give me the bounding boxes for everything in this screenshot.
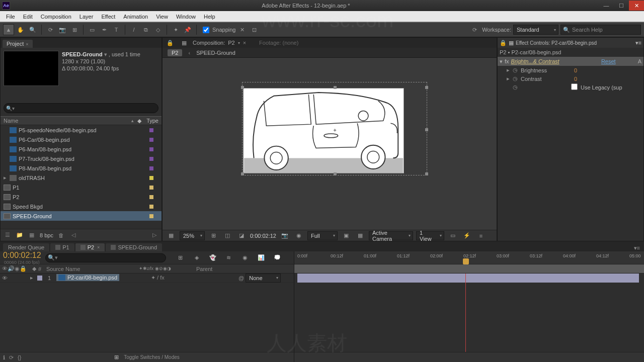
transform-handle[interactable] (425, 128, 428, 131)
layer-duration-bar[interactable] (297, 274, 639, 283)
label-color[interactable] (37, 276, 42, 281)
zoom-combo[interactable]: 25% (180, 231, 205, 240)
resolution-icon[interactable]: ⊞ (208, 230, 219, 241)
label-tag[interactable] (149, 214, 153, 218)
file-item[interactable]: P5-speedoNeedle/08-begin.psd (1, 125, 162, 135)
puppet-tool[interactable]: 📌 (182, 24, 193, 35)
tab-p2[interactable]: P2× (75, 243, 105, 251)
grid-icon[interactable]: ▦ (179, 37, 190, 48)
effects-tab[interactable]: Effect Controls: P2-car/08-begin.psd (516, 40, 597, 46)
pickwhip-icon[interactable]: @ (238, 275, 244, 281)
label-tag[interactable] (149, 176, 153, 180)
timeline-search[interactable]: 🔍▾ (45, 253, 166, 262)
snap-option2-icon[interactable]: ⊡ (249, 24, 260, 35)
menu-window[interactable]: Window (172, 13, 200, 21)
transform-handle[interactable] (334, 172, 337, 175)
timeline-layer[interactable]: 👁 ▸ 1 P2-car/08-begin.psd ✦ / fx @ None (0, 274, 294, 283)
zoom-tool[interactable]: 🔍 (27, 24, 38, 35)
file-item[interactable]: ▸oldTRASH (1, 173, 162, 183)
sort-icon[interactable]: ▲ (130, 119, 134, 123)
parent-combo[interactable]: None (246, 274, 281, 283)
brush-tool[interactable]: / (128, 24, 139, 35)
tab-project[interactable]: Project× (3, 40, 33, 48)
work-area-bar[interactable] (294, 264, 644, 274)
close-icon[interactable]: × (97, 245, 100, 250)
file-item[interactable]: P7-Truck/08-begin.psd (1, 154, 162, 163)
menu-composition[interactable]: Composition (37, 13, 75, 21)
label-tag[interactable] (149, 157, 153, 161)
transform-handle[interactable] (241, 86, 244, 89)
fast-preview-icon[interactable]: ⚡ (461, 230, 472, 241)
file-item[interactable]: P6-Car/08-begin.psd (1, 135, 162, 144)
graph-icon[interactable]: 📊 (256, 252, 267, 263)
mask-icon[interactable]: ◫ (222, 230, 233, 241)
tab-p1[interactable]: P1 (50, 243, 74, 251)
col-type[interactable]: Type (146, 118, 158, 124)
legacy-checkbox[interactable] (571, 83, 578, 90)
label-tag[interactable] (149, 147, 153, 151)
transform-handle[interactable] (425, 172, 428, 175)
menu-file[interactable]: File (2, 13, 19, 21)
roto-tool[interactable]: ✦ (170, 24, 181, 35)
current-timecode[interactable]: 0:00:02:12 (3, 251, 41, 260)
new-folder-icon[interactable]: 📁 (16, 231, 24, 239)
breadcrumb-p2[interactable]: P2 (168, 49, 182, 56)
playhead-indicator[interactable] (463, 258, 469, 264)
twirl-icon[interactable]: ▸ (30, 275, 37, 281)
stopwatch-icon[interactable]: ◷ (513, 75, 518, 82)
eraser-tool[interactable]: ◇ (152, 24, 164, 35)
tab-speed-ground[interactable]: SPEED-Ground (106, 243, 162, 251)
text-tool[interactable]: T (111, 24, 122, 35)
camera-tool[interactable]: 📷 (57, 24, 68, 35)
snapping-checkbox[interactable] (203, 27, 209, 33)
timeline-icon[interactable]: ≡ (475, 230, 487, 241)
source-column[interactable]: Source Name (46, 266, 137, 272)
file-item[interactable]: P8-Man/08-begin.psd (1, 163, 162, 173)
lock-icon[interactable]: 🔒 (500, 40, 507, 46)
show-channel-icon[interactable]: ◉ (293, 230, 304, 241)
comp-mini-icon[interactable]: ⊞ (175, 252, 186, 263)
trash-icon[interactable]: 🗑 (57, 231, 65, 239)
expand-icon[interactable]: ⊞ (114, 354, 119, 360)
rectangle-tool[interactable]: ▭ (87, 24, 98, 35)
menu-effect[interactable]: Effect (97, 13, 119, 21)
close-button[interactable]: ✕ (629, 1, 644, 11)
motion-blur-icon[interactable]: ◉ (239, 252, 251, 263)
selection-tool[interactable]: ▲ (3, 24, 14, 35)
composition-viewer[interactable]: ✦ (163, 58, 497, 230)
file-item[interactable]: SPEED-Ground (1, 211, 162, 221)
next-icon[interactable]: ▷ (150, 231, 158, 239)
menu-help[interactable]: Help (200, 13, 219, 21)
file-item[interactable]: P1 (1, 183, 162, 192)
current-time[interactable]: 0:00:02:12 (250, 233, 276, 239)
draft3d-icon[interactable]: ◈ (191, 252, 202, 263)
workspace-combo[interactable]: Standard (513, 25, 558, 35)
toggle-switches-label[interactable]: Toggle Switches / Modes (124, 354, 180, 360)
interpret-icon[interactable]: ☰ (4, 231, 12, 239)
view-combo[interactable]: 1 View (416, 231, 444, 240)
twirl-icon[interactable]: ▸ (4, 174, 7, 181)
menu-edit[interactable]: Edit (19, 13, 37, 21)
menu-animation[interactable]: Animation (119, 13, 152, 21)
region-icon[interactable]: ◪ (236, 230, 247, 241)
label-tag[interactable] (149, 128, 153, 132)
resolution-combo[interactable]: Full (307, 231, 338, 240)
timeline-zoom[interactable] (294, 352, 644, 362)
stopwatch-icon[interactable]: ◷ (513, 67, 518, 73)
transform-handle[interactable] (334, 86, 337, 89)
label-tag[interactable] (149, 186, 153, 190)
label-tag[interactable] (149, 138, 153, 142)
maximize-button[interactable]: ☐ (614, 1, 629, 11)
footage-tab[interactable]: Footage: (none) (259, 40, 298, 46)
grid-icon[interactable]: ▦ (166, 230, 177, 241)
twirl-icon[interactable]: ▸ (507, 75, 510, 82)
new-comp-icon[interactable]: ▦ (28, 231, 36, 239)
twirl-icon[interactable]: ▾ (500, 58, 503, 65)
clone-tool[interactable]: ⧉ (140, 24, 151, 35)
frame-blend-icon[interactable]: ≋ (223, 252, 234, 263)
rotation-tool[interactable]: ⟳ (45, 24, 56, 35)
prop-value[interactable]: 0 (574, 76, 577, 82)
minimize-button[interactable]: — (599, 1, 614, 11)
shy-icon[interactable]: 👻 (207, 252, 218, 263)
panel-menu-icon[interactable]: ▾≡ (634, 245, 640, 251)
